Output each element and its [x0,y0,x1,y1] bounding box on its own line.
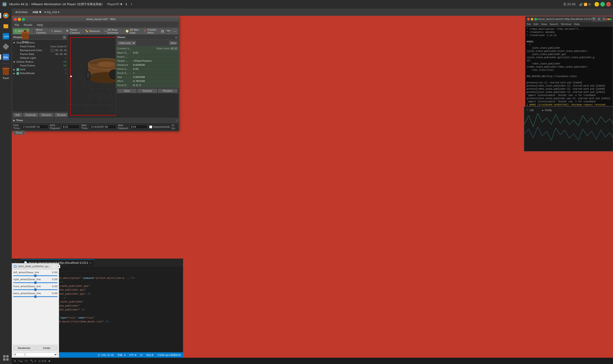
activities-btn[interactable]: Activities [14,10,29,14]
more-btn[interactable]: ⋯ [172,28,178,34]
joint-slider-2[interactable] [13,282,57,283]
views-close-btn[interactable]: × [175,36,177,39]
duplicate-display-btn[interactable]: Duplicate [23,113,39,117]
time-reset-btn[interactable]: Reset [13,131,25,135]
terminal-search-icon[interactable]: 🔍 [592,17,596,21]
randomize-btn[interactable]: Randomize [13,346,35,351]
rename-display-btn[interactable]: Rename [54,113,69,117]
views-remove-btn[interactable]: Remove [137,89,157,93]
time-expand-btn[interactable]: ▶ [13,119,15,122]
experimental-checkbox[interactable]: Experimental [149,126,170,128]
focus-camera-btn[interactable]: 🔍 Focus Camera [64,28,83,34]
terminal-max-btn[interactable] [534,18,537,21]
camera-btn[interactable]: 📷 [166,28,172,34]
terminal-menu-edit[interactable]: Edit [533,23,538,26]
terminal-close-tab-icon[interactable]: ⏺ ⏺ ⏺ [607,17,611,21]
tree-item-fixed-frame[interactable]: ▶ Fixed Frame base_footprint [12,45,68,48]
player-menu[interactable]: Player(P) ▼ [107,3,122,6]
rviz-menu-panels[interactable]: Panels [23,23,33,27]
terminal-menu-view[interactable]: View [541,23,547,26]
add-display-btn[interactable]: Add [13,113,22,117]
remove-display-btn[interactable]: Remove [39,113,54,117]
tree-item-frame-rate[interactable]: ▶ Frame Rate 48; 48; 48 [12,52,68,56]
terminal-split-h-icon[interactable]: ⊞ [597,17,601,21]
joint-slider-1[interactable] [13,275,57,276]
taskbar-icon-rviz[interactable]: RViz [1,52,11,62]
taskbar-icon-files[interactable] [1,21,11,31]
selection-handle-left[interactable] [70,76,72,77]
rviz-max-btn[interactable] [22,18,25,21]
wall-elapsed-input[interactable] [129,125,148,129]
svg-rect-14 [8,46,9,47]
terminal-menu-file[interactable]: File [527,23,531,26]
rviz-menu-file[interactable]: File [14,23,20,27]
ros-elapsed-input[interactable] [62,125,80,129]
time-close-btn[interactable]: × [176,119,177,122]
terminal-menu-terminal[interactable]: Terminal [561,23,572,26]
joint-gui-close[interactable]: × [57,265,60,268]
terminal-content[interactable]: * /robot_description: <?xml version="1..… [525,27,613,106]
nav-icon: 🧭 [126,30,129,33]
power-icon[interactable]: ⚡ [130,3,132,6]
terminal-menu-search[interactable]: Search [550,23,558,26]
robot-model-checkbox[interactable]: ✓ [16,72,19,75]
trash-icon-taskbar[interactable]: Trash [0,65,15,80]
select-btn[interactable]: ↖ Select [49,28,64,34]
menubar-item-my-rviz[interactable]: ▾ my_rviz ▾ [43,10,61,14]
terminal-menu-help[interactable]: Help [574,23,580,26]
close-btn[interactable]: × [606,2,611,7]
joint-number-select[interactable] [26,352,57,357]
tree-item-grid[interactable]: ▶ ✓ Grid ✓ [12,67,68,71]
rviz-viewport[interactable]: Views × Orbit (rviz) Zero Curr [68,35,179,118]
joint-gui-title: joint_state_publisher_gu... [18,265,51,268]
taskbar-icon-settings[interactable] [1,42,11,51]
joint-slider-3[interactable] [13,289,57,290]
experimental-check[interactable] [149,126,152,128]
tree-item-fixed-frame-status[interactable]: ▶ Fixed Frame OK [12,64,68,67]
view-menu-btn[interactable]: ≡ [174,47,177,50]
terminal-min-btn[interactable] [531,18,533,21]
tree-item-bg-color[interactable]: ▶ Background Color 48; 48; 48 [12,48,68,52]
terminal-close-btn[interactable] [527,18,530,21]
joint-gui-minimize[interactable]: − [52,265,56,268]
tree-item-robot-model[interactable]: ▶ ✓ RobotModel ✓ [12,71,68,75]
show-apps-btn[interactable] [3,355,9,362]
window-title: Ubuntu 64 位 - VMware Workstation 16 Play… [9,2,103,6]
rviz-min-btn[interactable] [18,18,21,21]
center-btn[interactable]: Center [36,346,57,351]
pose-estimate-btn[interactable]: → 2D Pose Estimate [102,28,123,34]
view-distance: Distance 0.600646 [116,63,179,67]
tree-item-global-status[interactable]: ▼ Global Status: Ok [12,60,68,64]
nav-goal-btn[interactable]: 🧭 2D Nav Goal [123,28,141,34]
vscode-tab-close[interactable]: × [90,262,91,264]
ros-time-input[interactable] [21,125,48,129]
measure-btn[interactable]: 📏 Measure [83,28,102,34]
joint-number-input[interactable] [13,353,25,356]
joint-slider-4[interactable] [13,296,57,297]
view-expand-btn[interactable]: ⊞ [171,47,174,50]
fps-display: 31 fps [171,124,177,130]
views-zero-btn[interactable]: Zero [169,41,177,45]
taskbar-icon-firefox[interactable] [1,11,11,20]
expand-global-options[interactable]: ▼ [13,41,15,44]
wall-time-input[interactable] [89,125,116,129]
bg-color-swatch[interactable] [51,49,54,52]
tree-item-default-light[interactable]: ▶ Default Light ✓ [12,56,68,60]
camera-link-btn[interactable]: ⛓ [159,28,165,34]
pause-icon[interactable]: ⏸ [125,3,128,6]
maximize-btn[interactable]: □ [600,2,605,7]
views-rename-btn[interactable]: Rename [158,89,177,93]
rviz-menu-help[interactable]: Help [36,23,44,27]
rviz-close-btn[interactable] [14,18,17,21]
terminal-split-v-icon[interactable]: ⊟ [602,17,606,21]
publish-point-btn[interactable]: 📍 Publish Point [141,28,159,34]
grid-checkbox[interactable]: ✓ [16,68,19,71]
taskbar-icon-vscode[interactable]: </> [1,32,11,41]
expand-global-status[interactable]: ▼ [13,61,15,63]
views-type-select[interactable]: Orbit (rviz) [117,41,136,45]
trash-desktop-icon[interactable]: Trash [16,29,34,43]
minimize-btn[interactable]: − [595,2,599,7]
views-save-btn[interactable]: Save [117,89,137,93]
displays-menu-btn[interactable]: ≡ [63,36,66,39]
svg-rect-12 [5,48,6,49]
